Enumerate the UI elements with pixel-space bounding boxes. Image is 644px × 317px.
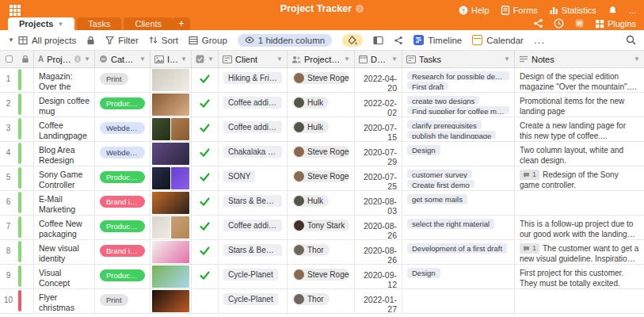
client-cell[interactable]: Chakalaka Inc. — [219, 142, 288, 166]
column-header-tasks[interactable]: Tasks▼ — [402, 51, 515, 67]
attachment-thumbnail[interactable] — [152, 118, 170, 140]
done-cell[interactable] — [192, 68, 219, 92]
table-row[interactable]: 9Visual Concept Urban E-BikeProduct desi… — [0, 265, 644, 289]
image-cell[interactable] — [151, 216, 192, 239]
tasks-cell[interactable]: select the right material — [402, 216, 515, 239]
project-cell[interactable]: Magazin: Over the mountain — [34, 68, 95, 92]
row-number-cell[interactable]: 4 — [0, 142, 34, 166]
tasks-cell[interactable]: Development of a first draft — [402, 240, 515, 264]
done-cell[interactable] — [192, 240, 219, 264]
client-cell[interactable]: Stars & Beauty — [219, 191, 288, 215]
column-menu-icon[interactable]: ▼ — [276, 55, 283, 63]
table-row[interactable]: 4Blog Area RedesignWebdesignChakalaka In… — [0, 142, 644, 166]
hidden-columns-button[interactable]: 1 hidden column — [238, 34, 332, 47]
done-cell[interactable] — [192, 142, 219, 166]
client-cell[interactable]: Cycle-Planet — [219, 265, 288, 288]
project-cell[interactable]: Flyer christmas offer — [34, 289, 95, 313]
done-cell[interactable] — [192, 265, 219, 288]
row-color-button[interactable] — [342, 34, 363, 47]
tasks-cell[interactable]: Design — [402, 265, 515, 288]
category-cell[interactable]: Product design — [95, 216, 151, 239]
notes-cell[interactable] — [515, 289, 644, 313]
column-menu-icon[interactable]: ▼ — [391, 55, 398, 63]
calendar-button[interactable]: Calendar — [472, 35, 524, 45]
notifications-button[interactable] — [608, 6, 618, 16]
image-cell[interactable] — [151, 93, 192, 116]
tasks-cell[interactable]: customer surveyCreate first demo — [402, 166, 515, 190]
tasks-cell[interactable]: create two designsFind supplier for coff… — [402, 93, 515, 116]
row-number-cell[interactable]: 5 — [0, 166, 34, 190]
table-row[interactable]: 2Design coffee mugProduct designCoffee a… — [0, 93, 644, 117]
client-cell[interactable]: Hiking & Friends — [219, 68, 288, 92]
table-row[interactable]: 8New visual identityBrand identityStars … — [0, 240, 644, 265]
add-table-button[interactable]: + — [173, 17, 190, 30]
column-menu-icon[interactable]: ▼ — [344, 55, 350, 63]
deadline-cell[interactable]: 2022-02-02 — [355, 93, 402, 116]
done-cell[interactable] — [192, 191, 219, 215]
comment-count-badge[interactable]: 1 — [520, 170, 539, 180]
project-cell[interactable]: New visual identity — [34, 240, 95, 264]
image-cell[interactable] — [151, 240, 192, 264]
attachment-thumbnail[interactable] — [171, 216, 189, 239]
project-cell[interactable]: E-Mail Marketing — [34, 191, 95, 215]
attachment-thumbnail[interactable] — [152, 143, 189, 165]
client-cell[interactable]: Coffee addicted — [219, 93, 288, 116]
category-cell[interactable]: Brand identity — [95, 191, 151, 215]
table-row[interactable]: 10Flyer christmas offerPrintCycle-Planet… — [0, 289, 644, 314]
column-menu-icon[interactable]: ▼ — [139, 55, 146, 63]
timeline-button[interactable]: Timeline — [413, 35, 462, 45]
column-header-client[interactable]: Client▼ — [219, 51, 288, 67]
column-header-project[interactable]: AProjecti▼ — [34, 51, 95, 67]
notes-cell[interactable]: 1Redesign of the Sony game controller. — [515, 166, 644, 190]
done-cell[interactable] — [192, 117, 219, 141]
notes-cell[interactable]: First project for this customer. They mu… — [515, 265, 644, 288]
category-cell[interactable]: Product design — [95, 166, 151, 190]
attachment-thumbnail[interactable] — [171, 167, 189, 189]
leader-cell[interactable]: Hulk — [288, 191, 355, 215]
row-number-cell[interactable]: 8 — [0, 240, 34, 264]
project-cell[interactable]: Design coffee mug — [34, 93, 95, 116]
attachment-thumbnail[interactable] — [152, 265, 189, 288]
project-cell[interactable]: Visual Concept Urban E-Bike — [34, 265, 95, 288]
leader-cell[interactable]: Thor — [288, 289, 355, 313]
table-row[interactable]: 1Magazin: Over the mountainPrintHiking &… — [0, 68, 644, 93]
leader-cell[interactable]: Hulk — [288, 93, 355, 116]
notes-cell[interactable]: Promotional items for the new landing pa… — [515, 93, 644, 116]
deadline-cell[interactable]: 2020-08-03 — [355, 191, 402, 215]
column-menu-icon[interactable]: ▼ — [84, 55, 90, 63]
category-cell[interactable]: Product design — [95, 93, 151, 116]
tab-clients[interactable]: Clients — [124, 17, 173, 30]
share-view-icon[interactable] — [394, 36, 403, 45]
leader-cell[interactable]: Tony Stark — [288, 216, 355, 239]
category-cell[interactable]: Brand identity — [95, 240, 151, 264]
statistics-button[interactable]: Statistics — [549, 6, 596, 15]
notes-cell[interactable]: Create a new landing page for this new t… — [515, 117, 644, 141]
column-menu-icon[interactable]: ▼ — [208, 55, 214, 63]
column-menu-icon[interactable]: ▼ — [634, 55, 640, 63]
attachment-thumbnail[interactable] — [152, 290, 189, 312]
table-row[interactable]: 6E-Mail MarketingBrand identityStars & B… — [0, 191, 644, 216]
deadline-cell[interactable]: 2022-04-20 — [355, 68, 402, 92]
project-cell[interactable]: Coffee New packaging — [34, 216, 95, 239]
row-number-cell[interactable]: 10 — [0, 289, 34, 313]
app-grid-icon[interactable] — [10, 5, 21, 16]
project-cell[interactable]: Sony Game Controller — [34, 166, 95, 190]
tasks-cell[interactable]: clarify prerequisitespublish the landing… — [402, 117, 515, 141]
image-cell[interactable] — [151, 117, 192, 141]
image-cell[interactable] — [151, 142, 192, 166]
attachment-thumbnail[interactable] — [152, 192, 189, 214]
column-header-category[interactable]: Category▼ — [95, 51, 151, 67]
lock-icon[interactable] — [86, 36, 95, 45]
deadline-cell[interactable]: 2020-07-29 — [355, 142, 402, 166]
client-cell[interactable]: Cycle-Planet — [219, 289, 288, 313]
leader-cell[interactable]: Thor — [288, 240, 355, 264]
done-cell[interactable] — [192, 166, 219, 190]
column-header-project-leader[interactable]: Project leader▼ — [288, 51, 355, 67]
row-number-cell[interactable]: 7 — [0, 216, 34, 239]
row-number-cell[interactable]: 1 — [0, 68, 34, 92]
search-icon[interactable] — [626, 35, 636, 45]
leader-cell[interactable]: Steve Rogers — [288, 142, 355, 166]
client-cell[interactable]: Stars & Beauty — [219, 240, 288, 264]
attachment-thumbnail[interactable] — [152, 69, 189, 91]
done-cell[interactable] — [192, 216, 219, 239]
